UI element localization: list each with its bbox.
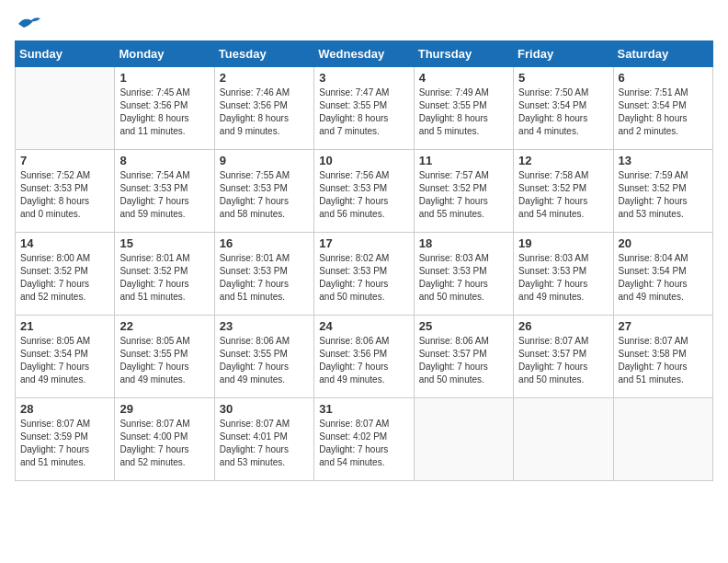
day-of-week-header: Friday: [514, 41, 613, 67]
calendar-day-cell: 3Sunrise: 7:47 AMSunset: 3:55 PMDaylight…: [314, 67, 414, 150]
day-number: 19: [518, 236, 608, 250]
calendar-table: SundayMondayTuesdayWednesdayThursdayFrid…: [15, 40, 713, 481]
day-of-week-header: Saturday: [613, 41, 712, 67]
day-info: Sunrise: 8:07 AMSunset: 3:57 PMDaylight:…: [518, 335, 608, 386]
day-number: 30: [220, 402, 309, 416]
calendar-week-row: 28Sunrise: 8:07 AMSunset: 3:59 PMDayligh…: [16, 398, 713, 481]
day-of-week-header: Wednesday: [314, 41, 414, 67]
day-number: 22: [119, 319, 209, 333]
calendar-day-cell: 31Sunrise: 8:07 AMSunset: 4:02 PMDayligh…: [314, 398, 414, 481]
day-number: 15: [119, 236, 209, 250]
day-number: 31: [319, 402, 408, 416]
calendar-day-cell: 26Sunrise: 8:07 AMSunset: 3:57 PMDayligh…: [514, 316, 613, 398]
day-info: Sunrise: 8:06 AMSunset: 3:56 PMDaylight:…: [319, 335, 408, 386]
calendar-day-cell: 8Sunrise: 7:54 AMSunset: 3:53 PMDaylight…: [115, 150, 214, 233]
calendar-week-row: 14Sunrise: 8:00 AMSunset: 3:52 PMDayligh…: [16, 233, 713, 316]
calendar-week-row: 1Sunrise: 7:45 AMSunset: 3:56 PMDaylight…: [16, 67, 713, 150]
day-info: Sunrise: 7:50 AMSunset: 3:54 PMDaylight:…: [518, 86, 608, 138]
header-row: SundayMondayTuesdayWednesdayThursdayFrid…: [16, 41, 713, 67]
day-info: Sunrise: 8:07 AMSunset: 3:58 PMDaylight:…: [619, 335, 708, 386]
calendar-body: 1Sunrise: 7:45 AMSunset: 3:56 PMDaylight…: [16, 67, 713, 481]
calendar-day-cell: 18Sunrise: 8:03 AMSunset: 3:53 PMDayligh…: [414, 233, 513, 316]
day-number: 3: [319, 71, 408, 85]
day-info: Sunrise: 7:45 AMSunset: 3:56 PMDaylight:…: [119, 86, 209, 138]
day-of-week-header: Monday: [115, 41, 214, 67]
day-number: 1: [119, 71, 209, 85]
day-number: 10: [319, 154, 408, 167]
day-number: 28: [20, 402, 109, 416]
day-number: 18: [419, 236, 508, 250]
calendar-header: SundayMondayTuesdayWednesdayThursdayFrid…: [16, 41, 713, 67]
day-info: Sunrise: 8:05 AMSunset: 3:55 PMDaylight:…: [119, 335, 209, 386]
day-info: Sunrise: 8:07 AMSunset: 3:59 PMDaylight:…: [20, 418, 109, 469]
calendar-day-cell: [414, 398, 513, 481]
day-number: 7: [20, 154, 109, 167]
day-number: 5: [518, 71, 608, 85]
day-info: Sunrise: 7:47 AMSunset: 3:55 PMDaylight:…: [319, 86, 408, 138]
day-info: Sunrise: 8:07 AMSunset: 4:01 PMDaylight:…: [220, 418, 309, 469]
calendar-day-cell: [16, 67, 115, 150]
calendar-day-cell: 24Sunrise: 8:06 AMSunset: 3:56 PMDayligh…: [314, 316, 414, 398]
day-info: Sunrise: 8:01 AMSunset: 3:52 PMDaylight:…: [119, 252, 209, 304]
day-number: 2: [220, 71, 309, 85]
logo-bird-icon: [17, 15, 42, 33]
day-info: Sunrise: 7:54 AMSunset: 3:53 PMDaylight:…: [119, 169, 209, 221]
day-info: Sunrise: 7:57 AMSunset: 3:52 PMDaylight:…: [419, 169, 508, 221]
page-header: [15, 15, 713, 29]
day-number: 24: [319, 319, 408, 333]
day-number: 25: [419, 319, 508, 333]
calendar-day-cell: [613, 398, 712, 481]
day-info: Sunrise: 8:07 AMSunset: 4:02 PMDaylight:…: [319, 418, 408, 469]
calendar-day-cell: 13Sunrise: 7:59 AMSunset: 3:52 PMDayligh…: [613, 150, 712, 233]
day-of-week-header: Thursday: [414, 41, 513, 67]
day-info: Sunrise: 8:06 AMSunset: 3:57 PMDaylight:…: [419, 335, 508, 386]
day-number: 4: [419, 71, 508, 85]
day-info: Sunrise: 8:03 AMSunset: 3:53 PMDaylight:…: [518, 252, 608, 304]
calendar-day-cell: 23Sunrise: 8:06 AMSunset: 3:55 PMDayligh…: [214, 316, 313, 398]
day-info: Sunrise: 8:05 AMSunset: 3:54 PMDaylight:…: [20, 335, 109, 386]
day-info: Sunrise: 8:01 AMSunset: 3:53 PMDaylight:…: [220, 252, 309, 304]
day-info: Sunrise: 7:59 AMSunset: 3:52 PMDaylight:…: [619, 169, 708, 221]
day-number: 11: [419, 154, 508, 167]
day-number: 8: [119, 154, 209, 167]
day-info: Sunrise: 7:56 AMSunset: 3:53 PMDaylight:…: [319, 169, 408, 221]
calendar-week-row: 21Sunrise: 8:05 AMSunset: 3:54 PMDayligh…: [16, 316, 713, 398]
calendar-day-cell: 16Sunrise: 8:01 AMSunset: 3:53 PMDayligh…: [214, 233, 313, 316]
calendar-day-cell: 7Sunrise: 7:52 AMSunset: 3:53 PMDaylight…: [16, 150, 115, 233]
calendar-day-cell: 2Sunrise: 7:46 AMSunset: 3:56 PMDaylight…: [214, 67, 313, 150]
calendar-day-cell: 27Sunrise: 8:07 AMSunset: 3:58 PMDayligh…: [613, 316, 712, 398]
calendar-day-cell: 28Sunrise: 8:07 AMSunset: 3:59 PMDayligh…: [16, 398, 115, 481]
day-info: Sunrise: 8:00 AMSunset: 3:52 PMDaylight:…: [20, 252, 109, 304]
day-info: Sunrise: 8:03 AMSunset: 3:53 PMDaylight:…: [419, 252, 508, 304]
day-number: 13: [619, 154, 708, 167]
calendar-day-cell: 20Sunrise: 8:04 AMSunset: 3:54 PMDayligh…: [613, 233, 712, 316]
calendar-day-cell: 17Sunrise: 8:02 AMSunset: 3:53 PMDayligh…: [314, 233, 414, 316]
calendar-day-cell: 19Sunrise: 8:03 AMSunset: 3:53 PMDayligh…: [514, 233, 613, 316]
day-info: Sunrise: 7:49 AMSunset: 3:55 PMDaylight:…: [419, 86, 508, 138]
day-number: 23: [220, 319, 309, 333]
calendar-day-cell: 22Sunrise: 8:05 AMSunset: 3:55 PMDayligh…: [115, 316, 214, 398]
day-info: Sunrise: 8:02 AMSunset: 3:53 PMDaylight:…: [319, 252, 408, 304]
calendar-day-cell: 9Sunrise: 7:55 AMSunset: 3:53 PMDaylight…: [214, 150, 313, 233]
calendar-day-cell: 25Sunrise: 8:06 AMSunset: 3:57 PMDayligh…: [414, 316, 513, 398]
calendar-day-cell: 11Sunrise: 7:57 AMSunset: 3:52 PMDayligh…: [414, 150, 513, 233]
calendar-day-cell: 21Sunrise: 8:05 AMSunset: 3:54 PMDayligh…: [16, 316, 115, 398]
day-number: 27: [619, 319, 708, 333]
day-number: 29: [119, 402, 209, 416]
day-info: Sunrise: 8:06 AMSunset: 3:55 PMDaylight:…: [220, 335, 309, 386]
calendar-day-cell: [514, 398, 613, 481]
calendar-week-row: 7Sunrise: 7:52 AMSunset: 3:53 PMDaylight…: [16, 150, 713, 233]
day-info: Sunrise: 8:07 AMSunset: 4:00 PMDaylight:…: [119, 418, 209, 469]
day-info: Sunrise: 7:52 AMSunset: 3:53 PMDaylight:…: [20, 169, 109, 221]
calendar-day-cell: 29Sunrise: 8:07 AMSunset: 4:00 PMDayligh…: [115, 398, 214, 481]
day-of-week-header: Tuesday: [214, 41, 313, 67]
day-number: 20: [619, 236, 708, 250]
day-number: 9: [220, 154, 309, 167]
day-number: 17: [319, 236, 408, 250]
day-number: 26: [518, 319, 608, 333]
calendar-day-cell: 12Sunrise: 7:58 AMSunset: 3:52 PMDayligh…: [514, 150, 613, 233]
day-info: Sunrise: 7:46 AMSunset: 3:56 PMDaylight:…: [220, 86, 309, 138]
calendar-day-cell: 4Sunrise: 7:49 AMSunset: 3:55 PMDaylight…: [414, 67, 513, 150]
logo: [15, 15, 42, 29]
calendar-day-cell: 14Sunrise: 8:00 AMSunset: 3:52 PMDayligh…: [16, 233, 115, 316]
